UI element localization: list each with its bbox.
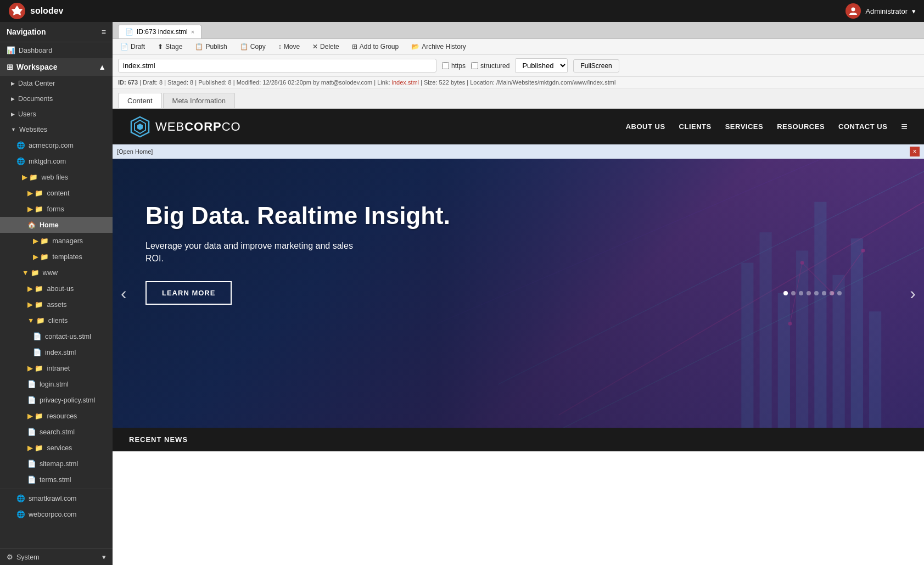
site-nav-clients[interactable]: CLIENTS (679, 122, 712, 131)
sidebar-item-acmecorp[interactable]: 🌐 acmecorp.com (0, 137, 113, 153)
delete-button[interactable]: ✕ Delete (310, 42, 341, 52)
main-layout: Navigation ≡ 📊 Dashboard ⊞ Workspace ▲ ▶… (0, 22, 924, 565)
sidebar-item-sitemap-stml[interactable]: 📄 sitemap.stml (0, 456, 113, 472)
sidebar-item-users[interactable]: ▶ Users (0, 107, 113, 122)
sidebar-item-content[interactable]: ▶ 📁 content (0, 185, 113, 201)
site-nav-about-us[interactable]: ABOUT US (626, 122, 665, 131)
workspace-header[interactable]: ⊞ Workspace ▲ (0, 58, 113, 76)
url-input[interactable] (118, 59, 436, 72)
sidebar-item-privacy-policy-stml[interactable]: 📄 privacy-policy.stml (0, 392, 113, 408)
carousel-dot[interactable] (822, 291, 826, 295)
user-area[interactable]: Administrator ▾ (845, 3, 916, 19)
site-nav-services[interactable]: SERVICES (725, 122, 764, 131)
folder-icon: ▼ 📁 (27, 316, 45, 325)
publish-button[interactable]: 📋 Publish (193, 42, 229, 52)
toolbar: 📄 Draft ⬆ Stage 📋 Publish 📋 Copy ↕ Move … (113, 39, 924, 55)
sidebar-item-contact-us-stml[interactable]: 📄 contact-us.stml (0, 328, 113, 344)
sidebar-item-smartkrawl[interactable]: 🌐 smartkrawl.com (0, 490, 113, 506)
arrow-icon: ▶ (11, 96, 15, 102)
sidebar: Navigation ≡ 📊 Dashboard ⊞ Workspace ▲ ▶… (0, 22, 113, 565)
sidebar-item-services[interactable]: ▶ 📁 services (0, 440, 113, 456)
site-logo: WEBCORPCO (129, 116, 241, 138)
copy-icon: 📋 (240, 43, 248, 51)
tab-meta-information[interactable]: Meta Information (163, 93, 236, 108)
content-area: 📄 ID:673 index.stml × 📄 Draft ⬆ Stage 📋 … (113, 22, 924, 565)
sidebar-item-home[interactable]: 🏠 Home (0, 217, 113, 233)
meta-link[interactable]: index.stml (392, 79, 419, 86)
sidebar-item-search-stml[interactable]: 📄 search.stml (0, 424, 113, 440)
https-checkbox[interactable] (442, 62, 449, 69)
url-bar: https structured Published Draft Staged … (113, 55, 924, 77)
sidebar-item-data-center[interactable]: ▶ Data Center (0, 76, 113, 91)
tab-content[interactable]: Content (118, 93, 162, 108)
sidebar-item-terms-stml[interactable]: 📄 terms.stml (0, 472, 113, 488)
carousel-prev-button[interactable]: ‹ (121, 283, 127, 304)
sidebar-item-mktgdn[interactable]: 🌐 mktgdn.com (0, 153, 113, 169)
sidebar-item-managers[interactable]: ▶ 📁 managers (0, 233, 113, 249)
add-to-group-button[interactable]: ⊞ Add to Group (350, 42, 401, 52)
move-button[interactable]: ↕ Move (276, 42, 302, 52)
hero-content: Big Data. Realtime Insight. Leverage you… (145, 203, 450, 305)
open-home-close-btn[interactable]: × (910, 147, 920, 156)
logo-area: solodev (8, 2, 63, 20)
tab-bar: 📄 ID:673 index.stml × (113, 22, 924, 39)
sidebar-item-index-stml-clients[interactable]: 📄 index.stml (0, 344, 113, 360)
sidebar-item-templates[interactable]: ▶ 📁 templates (0, 249, 113, 265)
sidebar-item-assets[interactable]: ▶ 📁 assets (0, 297, 113, 312)
folder-icon: ▶ 📁 (27, 412, 43, 420)
file-tab[interactable]: 📄 ID:673 index.stml × (118, 25, 201, 38)
sidebar-item-forms[interactable]: ▶ 📁 forms (0, 201, 113, 217)
svg-point-1 (852, 8, 855, 12)
site-nav-resources[interactable]: RESOURCES (777, 122, 825, 131)
carousel-next-button[interactable]: › (910, 283, 916, 304)
site-hero: Big Data. Realtime Insight. Leverage you… (113, 159, 924, 428)
site-nav-contact-us[interactable]: CONTACT US (838, 122, 887, 131)
https-checkbox-group[interactable]: https (442, 62, 466, 70)
copy-button[interactable]: 📋 Copy (238, 42, 268, 52)
system-label: System (16, 553, 40, 561)
sidebar-item-websites[interactable]: ▼ Websites (0, 122, 113, 137)
status-select[interactable]: Published Draft Staged (515, 58, 568, 73)
folder-icon: ▶ 📁 (33, 253, 49, 261)
content-tabs: Content Meta Information (113, 88, 924, 109)
carousel-dot[interactable] (837, 291, 842, 295)
sidebar-item-intranet[interactable]: ▶ 📁 intranet (0, 360, 113, 376)
sidebar-item-clients[interactable]: ▼ 📁 clients (0, 312, 113, 328)
carousel-dot[interactable] (791, 291, 796, 295)
site-hamburger-icon[interactable]: ≡ (901, 120, 908, 133)
sidebar-item-dashboard[interactable]: 📊 Dashboard (0, 42, 113, 58)
sidebar-item-resources[interactable]: ▶ 📁 resources (0, 408, 113, 424)
stage-button[interactable]: ⬆ Stage (155, 42, 184, 52)
carousel-dot[interactable] (807, 291, 811, 295)
file-icon: 📄 (27, 396, 36, 404)
tab-close-btn[interactable]: × (191, 29, 194, 35)
carousel-dot-active[interactable] (783, 291, 788, 295)
structured-checkbox-group[interactable]: structured (471, 62, 509, 70)
carousel-dot[interactable] (830, 291, 834, 295)
structured-checkbox[interactable] (471, 62, 478, 69)
hero-cta-button[interactable]: LEARN MORE (145, 281, 232, 305)
sidebar-item-www[interactable]: ▼ 📁 www (0, 265, 113, 281)
archive-history-button[interactable]: 📂 Archive History (409, 42, 468, 52)
sidebar-item-about-us[interactable]: ▶ 📁 about-us (0, 281, 113, 297)
stage-icon: ⬆ (158, 43, 163, 51)
sidebar-item-web-files[interactable]: ▶ 📁 web files (0, 169, 113, 185)
carousel-dot[interactable] (814, 291, 819, 295)
draft-button[interactable]: 📄 Draft (118, 42, 147, 52)
svg-marker-4 (137, 124, 143, 130)
navigation-header: Navigation ≡ (0, 22, 113, 42)
fullscreen-button[interactable]: FullScreen (573, 59, 619, 72)
user-chevron: ▾ (912, 7, 916, 15)
system-icon: ⚙ (7, 553, 13, 561)
sidebar-item-login-stml[interactable]: 📄 login.stml (0, 376, 113, 392)
system-chevron: ▾ (102, 553, 106, 561)
sidebar-item-webcorpco[interactable]: 🌐 webcorpco.com (0, 506, 113, 522)
hamburger-icon[interactable]: ≡ (102, 27, 106, 36)
sidebar-item-system[interactable]: ⚙ System ▾ (0, 549, 113, 565)
user-avatar (845, 3, 861, 19)
sidebar-item-documents[interactable]: ▶ Documents (0, 91, 113, 107)
carousel-dot[interactable] (799, 291, 803, 295)
dashboard-icon: 📊 (7, 46, 15, 54)
publish-icon: 📋 (195, 43, 203, 51)
globe-icon: 🌐 (16, 141, 25, 149)
